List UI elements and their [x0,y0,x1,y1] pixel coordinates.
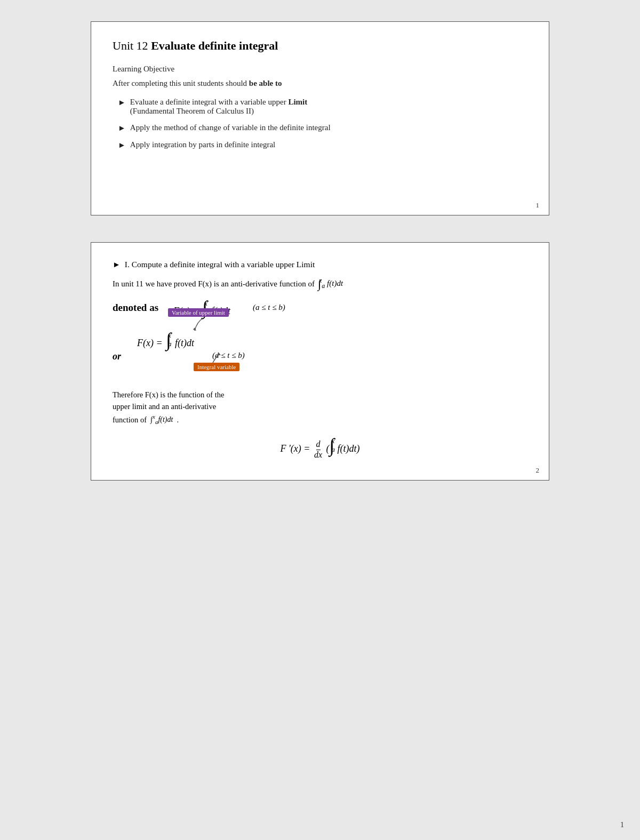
page-corner-number: 1 [620,821,624,829]
slide2-arrow-icon: ► [113,260,121,269]
slide1-intro: After completing this unit students shou… [113,79,527,88]
lower-arrow-svg [209,351,225,363]
derivative-formula-row: F '(x) = d dx ( ∫ x a f(t)dt) [113,434,527,460]
or-formula: F(x) = ∫ x a f(t)dt [137,338,194,348]
upper-limit-annotation: Variable of upper limit [168,308,229,332]
derivative-formula: F '(x) = d dx ( ∫ x a f(t)dt) [280,434,359,460]
objective-item-3: ► Apply integration by parts in definite… [118,140,527,150]
proof-text: In unit 11 we have proved F(x) is an ant… [113,279,315,289]
arrow-icon-3: ► [118,141,126,150]
slide2-proof-line: In unit 11 we have proved F(x) is an ant… [113,277,527,291]
therefore-text: Therefore F(x) is the function of the up… [113,389,224,427]
proof-integral: ∫xa f(t)dt [318,277,343,291]
or-formula-container: Variable of upper limit F(x) = ∫ x a f(t… [137,329,194,351]
slide2-header-text: I. Compute a definite integral with a va… [125,260,315,269]
denoted-label: denoted as [113,302,158,314]
slide-1: Unit 12 Evaluate definite integral Learn… [91,21,549,215]
objectives-list: ► Evaluate a definite integral with a va… [113,98,527,150]
slide2-header-row: ► I. Compute a definite integral with a … [113,260,527,269]
arrow-icon-1: ► [118,98,126,107]
therefore-text-block: Therefore F(x) is the function of the up… [113,389,224,427]
obj1-normal: Evaluate a definite integral with a vari… [130,98,289,106]
objective-3-text: Apply integration by parts in definite i… [130,140,275,149]
therefore-line1: Therefore F(x) is the function of the [113,390,224,399]
objective-1-text: Evaluate a definite integral with a vari… [130,98,307,116]
or-row: or Variable of upper limit F(x) = ∫ x a [113,329,527,362]
svg-marker-1 [218,352,221,355]
obj1-sub: (Fundamental Theorem of Calculus II) [130,107,254,115]
slide1-number: 1 [536,201,540,210]
slide1-title-prefix: Unit 12 [113,39,151,52]
therefore-line2: upper limit and an anti-derivative [113,402,216,411]
upper-arrow-svg [190,317,206,332]
slide2-number: 2 [536,466,540,475]
slide1-intro-bold: be able to [249,79,282,87]
or-label: or [113,329,132,362]
arrow-icon-2: ► [118,124,126,133]
slide-2: ► I. Compute a definite integral with a … [91,242,549,481]
objective-2-text: Apply the method of change of variable i… [130,123,331,132]
therefore-section: Therefore F(x) is the function of the up… [113,389,527,427]
slide1-title: Unit 12 Evaluate definite integral [113,39,527,53]
therefore-line3: function of [113,415,147,423]
slide1-learning-objective-label: Learning Objective [113,65,527,74]
slide1-intro-prefix: After completing this unit students shou… [113,79,249,87]
objective-item-1: ► Evaluate a definite integral with a va… [118,98,527,116]
slide1-title-bold: Evaluate definite integral [151,39,278,52]
integral-var-annotation: Integral variable [194,351,239,371]
therefore-integral: ∫xaf(t)dt [149,415,175,423]
badge-upper-limit: Variable of upper limit [168,308,229,317]
obj1-bold: Limit [288,98,307,106]
condition-1: (a ≤ t ≤ b) [253,303,285,312]
badge-integral-variable: Integral variable [194,363,239,371]
objective-item-2: ► Apply the method of change of variable… [118,123,527,133]
